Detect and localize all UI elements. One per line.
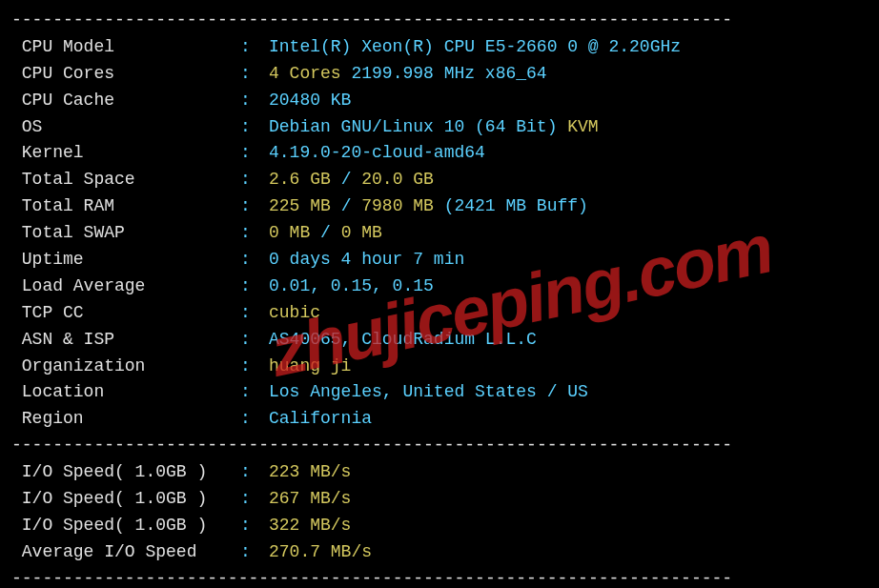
row-colon: : (240, 193, 269, 220)
info-row: CPU Cores: 4 Cores 2199.998 MHz x86_64 (11, 61, 868, 88)
row-colon: : (240, 247, 269, 274)
value-part: 7980 MB (361, 196, 443, 215)
row-label: I/O Speed( 1.0GB ) (11, 459, 240, 486)
row-colon: : (240, 406, 269, 433)
row-value: 223 MB/s (269, 459, 868, 486)
value-part: 2.6 GB (269, 170, 341, 189)
value-part: California (269, 409, 372, 428)
row-label: Location (11, 379, 240, 406)
info-row: I/O Speed( 1.0GB ): 223 MB/s (11, 459, 868, 486)
value-part: 0.01, 0.15, 0.15 (269, 276, 434, 295)
value-part: 4 Cores (269, 64, 351, 83)
info-row: Load Average: 0.01, 0.15, 0.15 (11, 274, 868, 300)
row-colon: : (240, 327, 269, 354)
row-colon: : (240, 379, 269, 406)
divider-mid: ----------------------------------------… (11, 433, 868, 459)
info-row: Average I/O Speed: 270.7 MB/s (11, 539, 868, 566)
row-value: 322 MB/s (269, 513, 868, 539)
info-row: Kernel: 4.19.0-20-cloud-amd64 (11, 140, 868, 167)
info-row: Total Space: 2.6 GB / 20.0 GB (11, 167, 868, 193)
value-part: 270.7 MB/s (269, 542, 372, 561)
value-part: 267 MB/s (269, 489, 351, 508)
row-colon: : (240, 274, 269, 300)
row-label: I/O Speed( 1.0GB ) (11, 486, 240, 513)
info-row: I/O Speed( 1.0GB ): 322 MB/s (11, 513, 868, 539)
value-part: KVM (567, 117, 598, 136)
row-colon: : (240, 140, 269, 167)
row-label: Load Average (11, 274, 240, 300)
info-row: ASN & ISP: AS40065, CloudRadium L.L.C (11, 327, 868, 354)
row-colon: : (240, 61, 269, 88)
system-info-block: CPU Model: Intel(R) Xeon(R) CPU E5-2660 … (11, 34, 868, 433)
row-label: CPU Cache (11, 88, 240, 114)
divider-bottom: ----------------------------------------… (11, 566, 868, 588)
value-part: Intel(R) Xeon(R) CPU E5-2660 0 @ 2.20GHz (269, 37, 681, 56)
row-value: 225 MB / 7980 MB (2421 MB Buff) (269, 193, 868, 220)
row-label: I/O Speed( 1.0GB ) (11, 513, 240, 539)
row-value: 0 days 4 hour 7 min (269, 247, 868, 274)
value-part: 223 MB/s (269, 462, 351, 481)
info-row: I/O Speed( 1.0GB ): 267 MB/s (11, 486, 868, 513)
row-colon: : (240, 220, 269, 247)
row-value: AS40065, CloudRadium L.L.C (269, 327, 868, 354)
value-part: 2199.998 MHz x86_64 (351, 64, 546, 83)
value-part: 20480 KB (269, 91, 351, 110)
row-label: Average I/O Speed (11, 539, 240, 566)
divider-top: ----------------------------------------… (11, 8, 868, 34)
row-value: 4.19.0-20-cloud-amd64 (269, 140, 868, 167)
row-value: 0.01, 0.15, 0.15 (269, 274, 868, 300)
row-value: 270.7 MB/s (269, 539, 868, 566)
row-value: 2.6 GB / 20.0 GB (269, 167, 868, 193)
value-part: Debian GNU/Linux 10 (64 Bit) (269, 117, 567, 136)
row-label: Region (11, 406, 240, 433)
row-colon: : (240, 513, 269, 539)
info-row: CPU Cache: 20480 KB (11, 88, 868, 114)
value-part: 4.19.0-20-cloud-amd64 (269, 143, 485, 162)
value-part: / (341, 196, 362, 215)
row-label: Total RAM (11, 193, 240, 220)
row-colon: : (240, 34, 269, 61)
value-part: 0 MB (269, 223, 320, 242)
row-colon: : (240, 539, 269, 566)
row-value: Debian GNU/Linux 10 (64 Bit) KVM (269, 114, 868, 141)
row-label: Total Space (11, 167, 240, 193)
value-part: 322 MB/s (269, 516, 351, 535)
row-colon: : (240, 300, 269, 327)
value-part: 0 days 4 hour 7 min (269, 250, 464, 269)
row-value: huang ji (269, 354, 868, 380)
row-colon: : (240, 167, 269, 193)
row-label: CPU Model (11, 34, 240, 61)
info-row: Uptime: 0 days 4 hour 7 min (11, 247, 868, 274)
row-label: Total SWAP (11, 220, 240, 247)
value-part: / (341, 170, 362, 189)
info-row: Total RAM: 225 MB / 7980 MB (2421 MB Buf… (11, 193, 868, 220)
row-colon: : (240, 486, 269, 513)
row-label: Kernel (11, 140, 240, 167)
row-label: CPU Cores (11, 61, 240, 88)
value-part: AS40065, CloudRadium L.L.C (269, 330, 537, 349)
info-row: Organization: huang ji (11, 354, 868, 380)
value-part: 20.0 GB (361, 170, 434, 189)
row-value: cubic (269, 300, 868, 327)
info-row: TCP CC: cubic (11, 300, 868, 327)
row-label: OS (11, 114, 240, 141)
info-row: Total SWAP: 0 MB / 0 MB (11, 220, 868, 247)
row-label: ASN & ISP (11, 327, 240, 354)
value-part: Los Angeles, United States / US (269, 382, 588, 401)
value-part: 225 MB (269, 196, 341, 215)
row-value: 0 MB / 0 MB (269, 220, 868, 247)
row-value: California (269, 406, 868, 433)
info-row: CPU Model: Intel(R) Xeon(R) CPU E5-2660 … (11, 34, 868, 61)
row-colon: : (240, 459, 269, 486)
row-label: TCP CC (11, 300, 240, 327)
row-colon: : (240, 88, 269, 114)
row-colon: : (240, 114, 269, 141)
value-part: huang ji (269, 356, 351, 375)
row-value: 4 Cores 2199.998 MHz x86_64 (269, 61, 868, 88)
row-colon: : (240, 354, 269, 380)
io-speed-block: I/O Speed( 1.0GB ): 223 MB/s I/O Speed( … (11, 459, 868, 566)
value-part: cubic (269, 303, 320, 322)
info-row: OS: Debian GNU/Linux 10 (64 Bit) KVM (11, 114, 868, 141)
row-value: 20480 KB (269, 88, 868, 114)
row-label: Organization (11, 354, 240, 380)
